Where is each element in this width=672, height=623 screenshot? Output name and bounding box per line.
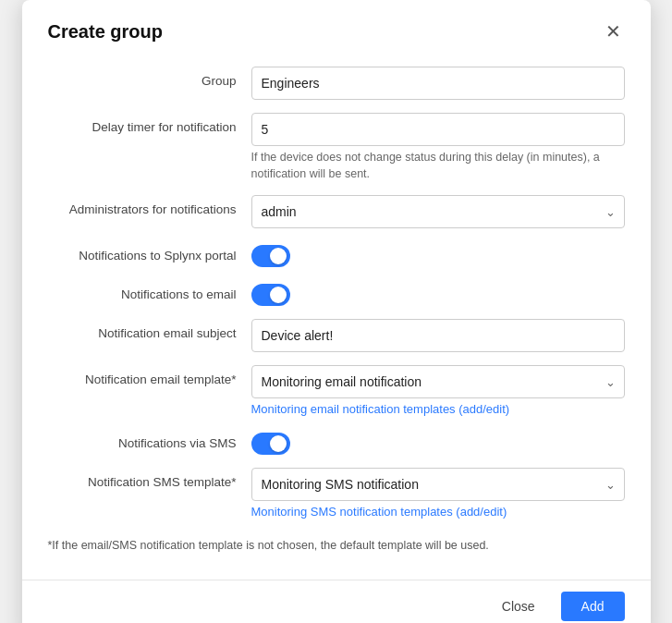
- sms-notifications-row: Notifications via SMS: [48, 429, 625, 455]
- email-template-select[interactable]: Monitoring email notification: [251, 365, 625, 398]
- modal-body: Group Delay timer for notification If th…: [22, 57, 651, 580]
- email-template-wrap: Monitoring email notification ⌄ Monitori…: [251, 365, 625, 416]
- email-toggle-slider: [251, 284, 290, 306]
- email-template-row: Notification email template* Monitoring …: [48, 365, 625, 416]
- sms-notifications-label: Notifications via SMS: [48, 429, 251, 450]
- email-template-link[interactable]: Monitoring email notification templates …: [251, 402, 625, 416]
- delay-label: Delay timer for notification: [48, 113, 251, 134]
- close-button[interactable]: Close: [485, 592, 552, 621]
- admin-select-wrap: admin ⌄: [251, 195, 625, 228]
- delay-input[interactable]: [251, 113, 625, 146]
- group-input[interactable]: [251, 67, 625, 100]
- portal-notifications-toggle[interactable]: [251, 245, 290, 267]
- portal-notifications-row: Notifications to Splynx portal: [48, 241, 625, 267]
- admin-label: Administrators for notifications: [48, 195, 251, 216]
- close-icon-button[interactable]: ✕: [602, 18, 625, 44]
- group-input-wrap: [251, 67, 625, 100]
- email-toggle-container: [251, 280, 625, 306]
- sms-toggle-wrap: [251, 429, 625, 455]
- sms-toggle-container: [251, 429, 625, 455]
- email-notifications-toggle[interactable]: [251, 284, 290, 306]
- portal-toggle-container: [251, 241, 625, 267]
- email-notifications-label: Notifications to email: [48, 280, 251, 301]
- admin-select[interactable]: admin: [251, 195, 625, 228]
- modal-footer: Close Add: [22, 580, 651, 623]
- delay-input-wrap: If the device does not change status dur…: [251, 113, 625, 182]
- add-button[interactable]: Add: [561, 592, 625, 621]
- sms-template-select[interactable]: Monitoring SMS notification: [251, 468, 625, 501]
- modal-title: Create group: [48, 21, 163, 43]
- email-template-label: Notification email template*: [48, 365, 251, 386]
- modal-header: Create group ✕: [22, 0, 651, 57]
- sms-template-link[interactable]: Monitoring SMS notification templates (a…: [251, 505, 625, 519]
- group-row: Group: [48, 67, 625, 100]
- admin-dropdown-wrap: admin ⌄: [251, 195, 625, 228]
- sms-toggle-slider: [251, 433, 290, 455]
- email-notifications-row: Notifications to email: [48, 280, 625, 306]
- email-subject-row: Notification email subject: [48, 319, 625, 352]
- sms-notifications-toggle[interactable]: [251, 433, 290, 455]
- portal-toggle-slider: [251, 245, 290, 267]
- email-template-dropdown-wrap: Monitoring email notification ⌄: [251, 365, 625, 398]
- email-subject-label: Notification email subject: [48, 319, 251, 340]
- email-subject-input[interactable]: [251, 319, 625, 352]
- email-subject-input-wrap: [251, 319, 625, 352]
- admin-row: Administrators for notifications admin ⌄: [48, 195, 625, 228]
- portal-notifications-label: Notifications to Splynx portal: [48, 241, 251, 263]
- sms-template-label: Notification SMS template*: [48, 468, 251, 489]
- footnote-text: *If the email/SMS notification template …: [48, 531, 625, 565]
- create-group-modal: Create group ✕ Group Delay timer for not…: [22, 0, 651, 623]
- group-label: Group: [48, 67, 251, 88]
- sms-template-dropdown-wrap: Monitoring SMS notification ⌄: [251, 468, 625, 501]
- delay-row: Delay timer for notification If the devi…: [48, 113, 625, 182]
- sms-template-wrap: Monitoring SMS notification ⌄ Monitoring…: [251, 468, 625, 519]
- delay-hint: If the device does not change status dur…: [251, 150, 625, 182]
- portal-toggle-wrap: [251, 241, 625, 267]
- sms-template-row: Notification SMS template* Monitoring SM…: [48, 468, 625, 519]
- email-toggle-wrap: [251, 280, 625, 306]
